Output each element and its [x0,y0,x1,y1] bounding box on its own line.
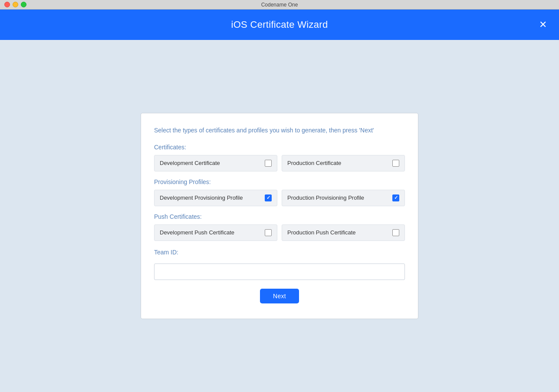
prod-cert-item[interactable]: Production Certificate [282,155,405,171]
dev-cert-checkbox[interactable] [265,160,272,167]
dialog-card: Select the types of certificates and pro… [141,113,418,319]
team-id-section: Team ID: [154,249,405,280]
app-container: iOS Certificate Wizard ✕ Select the type… [0,10,559,392]
provisioning-row: Development Provisioning Profile Product… [154,190,405,206]
prod-cert-label: Production Certificate [287,160,341,166]
content-area: Select the types of certificates and pro… [0,40,559,392]
certificates-section-label: Certificates: [154,144,405,151]
maximize-traffic-light[interactable] [21,2,26,7]
certificates-row: Development Certificate Production Certi… [154,155,405,171]
push-row: Development Push Certificate Production … [154,224,405,241]
dialog-title: iOS Certificate Wizard [231,19,328,30]
dev-prov-checkbox[interactable] [265,194,272,201]
window-title: Codename One [261,2,298,8]
prod-prov-item[interactable]: Production Provisioning Profile [282,190,405,206]
prod-cert-checkbox[interactable] [392,160,399,167]
prod-prov-label: Production Provisioning Profile [287,194,364,201]
dev-cert-label: Development Certificate [160,160,220,166]
next-button[interactable]: Next [260,289,299,303]
button-row: Next [154,289,405,303]
window-chrome: Codename One [0,0,559,10]
prod-push-label: Production Push Certificate [287,229,356,236]
close-traffic-light[interactable] [4,2,10,7]
prod-push-item[interactable]: Production Push Certificate [282,224,405,241]
dev-push-label: Development Push Certificate [160,229,234,236]
dev-cert-item[interactable]: Development Certificate [154,155,277,171]
prod-prov-checkbox[interactable] [392,194,399,201]
dialog-instruction: Select the types of certificates and pro… [154,126,405,135]
prod-push-checkbox[interactable] [392,229,399,236]
dev-push-checkbox[interactable] [265,229,272,236]
header-bar: iOS Certificate Wizard ✕ [0,10,559,40]
team-id-label: Team ID: [154,249,405,256]
dev-push-item[interactable]: Development Push Certificate [154,224,277,241]
dev-prov-label: Development Provisioning Profile [160,194,243,201]
team-id-input[interactable] [154,264,405,280]
minimize-traffic-light[interactable] [13,2,18,7]
dev-prov-item[interactable]: Development Provisioning Profile [154,190,277,206]
provisioning-section-label: Provisioning Profiles: [154,178,405,185]
push-section-label: Push Certificates: [154,213,405,220]
close-button[interactable]: ✕ [536,18,550,31]
